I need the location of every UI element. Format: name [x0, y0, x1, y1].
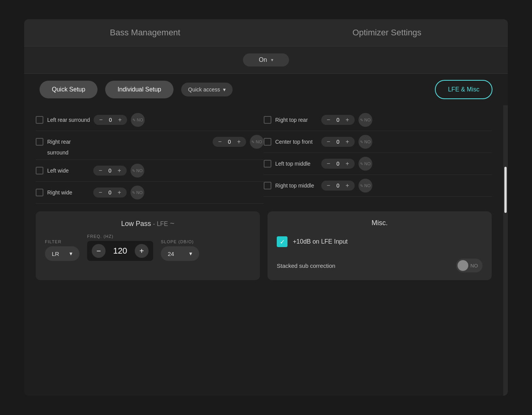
left-rear-surround-checkbox[interactable] — [36, 116, 43, 124]
table-row: Left top middle − 0 + ✎ NO — [264, 153, 492, 175]
scrollbar-track[interactable] — [503, 105, 508, 396]
right-rear-surround-label: Right rear — [47, 139, 89, 145]
edit-icon: ✎ — [360, 184, 363, 188]
no-badge[interactable]: ✎ NO — [131, 113, 145, 127]
top-tabs: Bass Management Optimizer Settings — [24, 19, 508, 46]
right-rear-surround-label2: surround — [36, 149, 264, 156]
stepper-plus[interactable]: + — [117, 116, 123, 123]
right-rear-surround-checkbox[interactable] — [36, 138, 43, 146]
lfe-misc-button[interactable]: LFE & Misc — [435, 80, 492, 99]
onoff-dropdown[interactable]: On ▾ — [243, 53, 289, 66]
chevron-down-icon: ▾ — [223, 86, 226, 93]
right-top-middle-checkbox[interactable] — [264, 182, 271, 189]
stepper-plus[interactable]: + — [116, 189, 122, 196]
left-top-middle-label: Left top middle — [275, 161, 317, 167]
stepper-plus[interactable]: + — [344, 138, 350, 145]
edit-icon: ✎ — [132, 118, 135, 122]
tab-bass-management[interactable]: Bass Management — [24, 19, 266, 46]
freq-minus-button[interactable]: − — [92, 244, 106, 258]
misc-panel: Misc. ✓ +10dB on LFE Input Stacked sub c… — [268, 211, 492, 280]
table-row: Right rear − 0 + ✎ NO surround — [36, 131, 264, 160]
no-badge[interactable]: ✎ NO — [131, 164, 144, 178]
right-top-rear-label: Right top rear — [275, 117, 317, 123]
right-wide-label: Right wide — [47, 189, 89, 196]
left-rear-surround-label: Left rear surround — [47, 117, 90, 123]
stepper-plus[interactable]: + — [236, 138, 242, 145]
stepper-plus[interactable]: + — [344, 116, 350, 123]
freq-plus-button[interactable]: + — [135, 244, 149, 258]
stepper-minus[interactable]: − — [97, 189, 104, 196]
filter-col: FILTER LR ▾ — [45, 239, 79, 261]
center-top-front-label: Center top front — [275, 139, 317, 145]
main-content: Left rear surround − 0 + ✎ NO — [24, 105, 508, 396]
freq-col: FREQ. (hz) − 120 + — [87, 234, 153, 261]
speakers-grid: Left rear surround − 0 + ✎ NO — [36, 109, 492, 204]
table-row: Right wide − 0 + ✎ NO — [36, 182, 264, 204]
chevron-down-icon: ▾ — [189, 250, 192, 257]
table-row: Center top front − 0 + ✎ NO — [264, 131, 492, 153]
left-wide-stepper[interactable]: − 0 + — [93, 166, 127, 176]
freq-stepper: − 120 + — [87, 241, 153, 261]
stepper-minus[interactable]: − — [325, 182, 332, 189]
table-row: Right top rear − 0 + ✎ NO — [264, 109, 492, 131]
no-badge[interactable]: ✎ NO — [359, 179, 372, 193]
stacked-toggle[interactable]: NO — [456, 259, 483, 272]
right-top-rear-stepper[interactable]: − 0 + — [321, 115, 355, 125]
no-badge[interactable]: ✎ NO — [250, 135, 264, 149]
right-rear-surround-stepper[interactable]: − 0 + — [213, 137, 246, 147]
right-top-middle-label: Right top middle — [275, 183, 317, 189]
no-badge[interactable]: ✎ NO — [359, 157, 372, 171]
center-top-front-stepper[interactable]: − 0 + — [321, 137, 355, 147]
center-top-front-checkbox[interactable] — [264, 138, 271, 146]
edit-icon: ✎ — [360, 140, 363, 144]
quick-setup-button[interactable]: Quick Setup — [40, 81, 97, 98]
right-top-middle-stepper[interactable]: − 0 + — [321, 181, 355, 191]
misc-title: Misc. — [277, 219, 482, 227]
lfe-label: +10dB on LFE Input — [293, 238, 348, 245]
filter-row: FILTER LR ▾ FREQ. (hz) − 120 + — [45, 234, 251, 261]
stepper-minus[interactable]: − — [216, 138, 223, 145]
stacked-label: Stacked sub correction — [277, 262, 335, 269]
individual-setup-button[interactable]: Individual Setup — [105, 81, 173, 98]
low-pass-panel: Low Pass - LFE ~ FILTER LR ▾ — [36, 211, 260, 280]
table-row: Left rear surround − 0 + ✎ NO — [36, 109, 264, 131]
lfe-check-row: ✓ +10dB on LFE Input — [277, 236, 482, 247]
lfe-checkbox[interactable]: ✓ — [277, 236, 287, 247]
left-top-middle-checkbox[interactable] — [264, 160, 271, 168]
left-top-middle-stepper[interactable]: − 0 + — [321, 159, 355, 169]
left-wide-label: Left wide — [47, 168, 89, 174]
stepper-minus[interactable]: − — [325, 138, 332, 145]
edit-icon: ✎ — [360, 162, 363, 166]
slope-select[interactable]: 24 ▾ — [161, 246, 199, 261]
low-pass-title: Low Pass - LFE ~ — [45, 219, 251, 228]
no-badge[interactable]: ✎ NO — [359, 113, 372, 127]
no-badge[interactable]: ✎ NO — [131, 186, 144, 199]
left-speaker-column: Left rear surround − 0 + ✎ NO — [36, 109, 264, 204]
left-wide-checkbox[interactable] — [36, 167, 43, 174]
app-container: Bass Management Optimizer Settings On ▾ … — [24, 19, 508, 396]
chevron-down-icon: ▾ — [271, 57, 273, 63]
table-row: Right top middle − 0 + ✎ NO — [264, 175, 492, 197]
onoff-bar: On ▾ — [24, 46, 508, 74]
setup-buttons-row: Quick Setup Individual Setup Quick acces… — [24, 74, 508, 105]
scrollbar-thumb[interactable] — [504, 167, 507, 213]
stepper-plus[interactable]: + — [344, 182, 350, 189]
no-badge[interactable]: ✎ NO — [359, 135, 372, 149]
right-wide-checkbox[interactable] — [36, 189, 43, 196]
stepper-minus[interactable]: − — [325, 116, 332, 123]
edit-icon: ✎ — [251, 140, 254, 144]
chevron-down-icon: ▾ — [69, 250, 73, 257]
right-top-rear-checkbox[interactable] — [264, 116, 271, 124]
table-row: Left wide − 0 + ✎ NO — [36, 160, 264, 182]
stepper-minus[interactable]: − — [325, 160, 332, 167]
stepper-plus[interactable]: + — [344, 160, 350, 167]
quick-access-dropdown[interactable]: Quick access ▾ — [181, 83, 233, 96]
tab-optimizer-settings[interactable]: Optimizer Settings — [266, 19, 508, 46]
left-rear-surround-stepper[interactable]: − 0 + — [94, 115, 127, 125]
edit-icon: ✎ — [132, 191, 135, 195]
right-wide-stepper[interactable]: − 0 + — [93, 188, 127, 198]
stepper-plus[interactable]: + — [116, 167, 122, 174]
stepper-minus[interactable]: − — [97, 116, 104, 123]
stepper-minus[interactable]: − — [97, 167, 104, 174]
filter-select[interactable]: LR ▾ — [45, 246, 79, 261]
